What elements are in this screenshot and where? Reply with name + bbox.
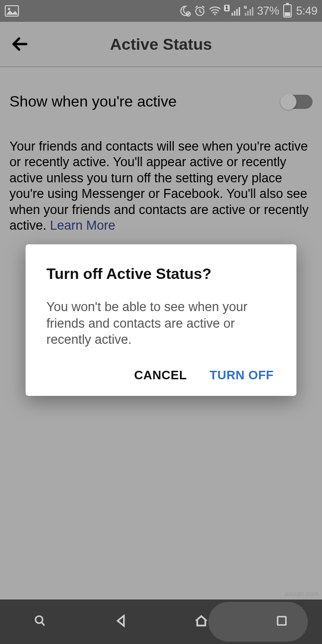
home-icon [193, 613, 209, 631]
triangle-back-icon [113, 613, 128, 630]
nav-recents-button[interactable] [242, 614, 322, 630]
active-status-row[interactable]: Show when you're active [9, 93, 313, 110]
confirm-dialog: Turn off Active Status? You won't be abl… [26, 244, 296, 396]
battery-icon [283, 4, 292, 18]
wifi-icon [209, 6, 221, 16]
moon-dnd-icon [179, 5, 191, 17]
dialog-title: Turn off Active Status? [46, 265, 276, 283]
sim-badge: 1 [224, 5, 230, 11]
turn-off-button[interactable]: TURN OFF [210, 368, 274, 383]
watermark: wsxdn.com [285, 590, 319, 598]
dialog-actions: CANCEL TURN OFF [46, 368, 276, 383]
svg-rect-8 [239, 7, 240, 16]
signal-1-icon [232, 6, 241, 16]
dialog-body: You won't be able to see when your frien… [46, 299, 276, 348]
active-status-label: Show when you're active [9, 93, 177, 110]
status-clock: 5:49 [296, 4, 317, 18]
toggle-knob [280, 94, 296, 110]
system-nav-bar [0, 599, 322, 644]
signal-2-icon [244, 6, 254, 16]
cancel-button[interactable]: CANCEL [134, 368, 187, 383]
active-status-description: Your friends and contacts will see when … [9, 139, 313, 234]
content-area: Show when you're active Your friends and… [0, 67, 322, 234]
svg-rect-5 [232, 13, 233, 16]
svg-rect-7 [236, 9, 238, 16]
svg-rect-11 [247, 11, 249, 16]
active-status-toggle[interactable] [281, 95, 313, 109]
nav-search-button[interactable] [0, 614, 80, 630]
svg-rect-12 [250, 9, 251, 16]
search-icon [33, 614, 47, 630]
nav-back-button[interactable] [80, 613, 161, 630]
status-left [5, 5, 19, 17]
battery-percent: 37% [257, 4, 279, 18]
svg-point-4 [214, 14, 215, 15]
svg-rect-15 [277, 617, 286, 625]
picture-icon [5, 5, 19, 17]
learn-more-link[interactable]: Learn More [50, 218, 116, 233]
alarm-icon [194, 5, 206, 17]
svg-rect-6 [234, 11, 235, 16]
svg-rect-13 [252, 7, 253, 16]
app-header: Active Status [0, 22, 322, 67]
status-right: 1 37% 5:49 [179, 4, 317, 18]
square-recents-icon [275, 614, 289, 630]
svg-rect-10 [245, 13, 246, 16]
page-title: Active Status [7, 35, 315, 54]
status-bar: 1 37% 5:49 [0, 0, 322, 22]
svg-point-1 [8, 8, 10, 10]
